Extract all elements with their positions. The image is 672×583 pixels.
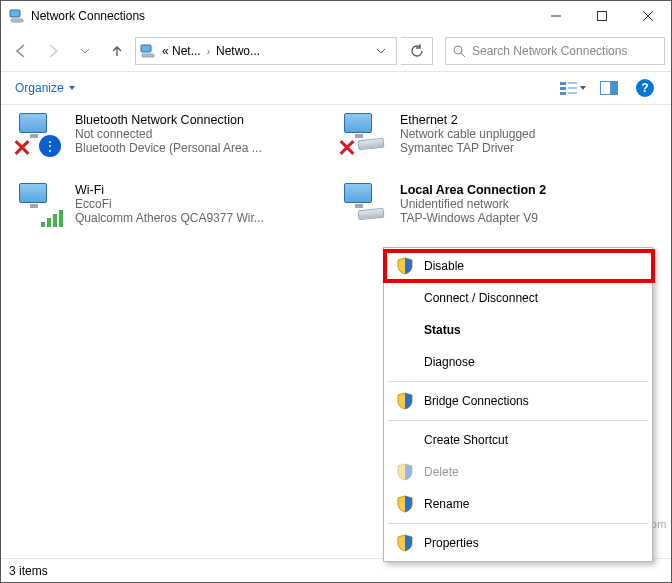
ctx-label: Status <box>424 323 461 337</box>
connection-status: Unidentified network <box>400 197 546 211</box>
shield-icon <box>396 463 414 481</box>
ctx-label: Bridge Connections <box>424 394 529 408</box>
network-connections-icon <box>140 43 156 59</box>
ctx-label: Diagnose <box>424 355 475 369</box>
connection-icon: ⋮ <box>11 111 69 159</box>
address-dropdown[interactable] <box>370 46 392 56</box>
refresh-button[interactable] <box>401 37 433 65</box>
svg-rect-10 <box>560 82 566 85</box>
shield-icon <box>396 257 414 275</box>
ctx-diagnose[interactable]: Diagnose <box>384 346 652 378</box>
back-button[interactable] <box>7 37 35 65</box>
ctx-label: Connect / Disconnect <box>424 291 538 305</box>
menu-separator <box>388 523 648 524</box>
breadcrumb-part[interactable]: « Net... <box>160 44 203 58</box>
connection-item-lan[interactable]: Local Area Connection 2 Unidentified net… <box>336 181 646 229</box>
svg-rect-12 <box>560 92 566 95</box>
command-bar: Organize ? <box>1 71 671 105</box>
ctx-shortcut[interactable]: Create Shortcut <box>384 424 652 456</box>
search-box[interactable] <box>445 37 665 65</box>
recent-dropdown[interactable] <box>71 37 99 65</box>
connection-device: Qualcomm Atheros QCA9377 Wir... <box>75 211 264 225</box>
svg-rect-7 <box>142 54 154 57</box>
help-button[interactable]: ? <box>629 76 661 100</box>
chevron-down-icon <box>68 84 76 92</box>
connection-device: Symantec TAP Driver <box>400 141 535 155</box>
ctx-label: Delete <box>424 465 459 479</box>
connection-icon <box>336 181 394 229</box>
svg-line-9 <box>461 53 465 57</box>
window-title: Network Connections <box>31 9 533 23</box>
forward-button[interactable] <box>39 37 67 65</box>
ctx-bridge[interactable]: Bridge Connections <box>384 385 652 417</box>
search-input[interactable] <box>472 44 658 58</box>
organize-label: Organize <box>15 81 64 95</box>
ctx-properties[interactable]: Properties <box>384 527 652 559</box>
connection-item-ethernet[interactable]: Ethernet 2 Network cable unplugged Syman… <box>336 111 646 159</box>
ctx-rename[interactable]: Rename <box>384 488 652 520</box>
svg-rect-0 <box>10 10 20 17</box>
connection-item-bluetooth[interactable]: ⋮ Bluetooth Network Connection Not conne… <box>11 111 321 159</box>
svg-rect-1 <box>11 19 23 22</box>
menu-separator <box>388 381 648 382</box>
ctx-label: Disable <box>424 259 464 273</box>
app-icon <box>9 8 25 24</box>
up-button[interactable] <box>103 37 131 65</box>
wifi-signal-icon <box>41 209 63 227</box>
connection-status: EccoFi <box>75 197 264 211</box>
connection-name: Ethernet 2 <box>400 113 535 127</box>
bluetooth-icon: ⋮ <box>39 135 61 157</box>
ctx-label: Properties <box>424 536 479 550</box>
address-bar[interactable]: « Net... › Netwo... <box>135 37 397 65</box>
chevron-right-icon[interactable]: › <box>207 46 210 57</box>
shield-icon <box>396 495 414 513</box>
connection-name: Local Area Connection 2 <box>400 183 546 197</box>
ctx-label: Create Shortcut <box>424 433 508 447</box>
connection-name: Wi-Fi <box>75 183 264 197</box>
organize-button[interactable]: Organize <box>9 77 82 99</box>
connection-device: TAP-Windows Adapter V9 <box>400 211 546 225</box>
explorer-window: Network Connections « Net... › Netwo... … <box>0 0 672 583</box>
navigation-bar: « Net... › Netwo... <box>1 31 671 71</box>
connection-icon <box>11 181 69 229</box>
window-controls <box>533 1 671 31</box>
svg-rect-6 <box>141 45 151 52</box>
ctx-connect[interactable]: Connect / Disconnect <box>384 282 652 314</box>
svg-rect-17 <box>610 82 617 94</box>
connection-icon <box>336 111 394 159</box>
ctx-label: Rename <box>424 497 469 511</box>
connection-status: Not connected <box>75 127 262 141</box>
context-menu: Disable Connect / Disconnect Status Diag… <box>383 247 653 562</box>
help-icon: ? <box>636 79 654 97</box>
svg-rect-3 <box>598 12 607 21</box>
preview-pane-button[interactable] <box>593 76 625 100</box>
shield-icon <box>396 392 414 410</box>
connection-device: Bluetooth Device (Personal Area ... <box>75 141 262 155</box>
svg-rect-11 <box>560 87 566 90</box>
shield-icon <box>396 534 414 552</box>
ctx-delete: Delete <box>384 456 652 488</box>
search-icon <box>452 44 466 58</box>
connection-item-wifi[interactable]: Wi-Fi EccoFi Qualcomm Atheros QCA9377 Wi… <box>11 181 321 229</box>
ctx-status[interactable]: Status <box>384 314 652 346</box>
close-button[interactable] <box>625 1 671 31</box>
svg-point-8 <box>454 46 462 54</box>
connection-status: Network cable unplugged <box>400 127 535 141</box>
view-options-button[interactable] <box>557 76 589 100</box>
breadcrumb-part[interactable]: Netwo... <box>214 44 262 58</box>
status-text: 3 items <box>9 564 48 578</box>
minimize-button[interactable] <box>533 1 579 31</box>
connection-name: Bluetooth Network Connection <box>75 113 262 127</box>
ctx-disable[interactable]: Disable <box>384 250 652 282</box>
titlebar: Network Connections <box>1 1 671 31</box>
maximize-button[interactable] <box>579 1 625 31</box>
menu-separator <box>388 420 648 421</box>
